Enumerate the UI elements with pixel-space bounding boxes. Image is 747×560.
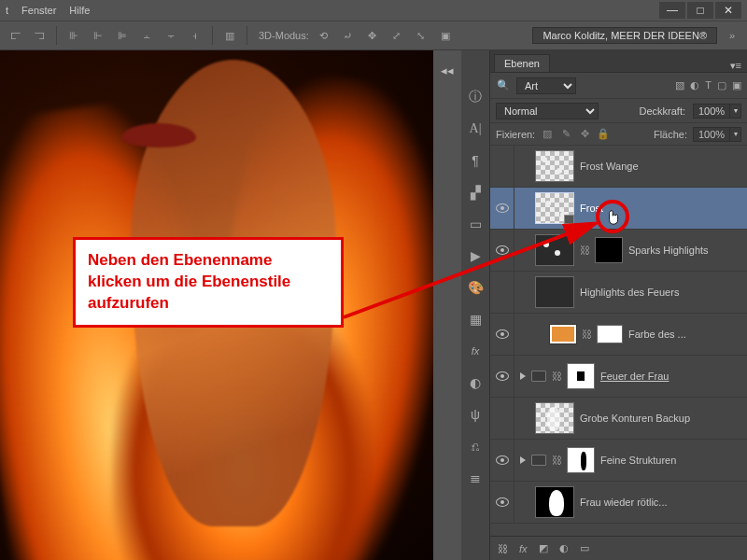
- history-panel-icon[interactable]: ≣: [464, 467, 486, 489]
- distribute-icon-3[interactable]: ⊫: [113, 26, 132, 45]
- 3d-scale-icon[interactable]: ⤡: [412, 26, 430, 45]
- opacity-value[interactable]: 100%: [693, 104, 730, 119]
- layer-row-feine-strukturen[interactable]: ⛓ Feine Strukturen: [490, 440, 747, 482]
- visibility-toggle[interactable]: [490, 356, 514, 397]
- link-icon[interactable]: ⛓: [552, 371, 561, 382]
- mask-thumbnail[interactable]: [535, 486, 574, 518]
- 3d-roll-icon[interactable]: ⤾: [339, 26, 358, 45]
- menu-item-fenster[interactable]: Fenster: [21, 5, 56, 16]
- layer-name[interactable]: Grobe Konturen Backup: [580, 413, 741, 424]
- layer-thumbnail[interactable]: [535, 402, 574, 434]
- layer-row-grobe-konturen[interactable]: Grobe Konturen Backup: [490, 398, 747, 440]
- expand-triangle-icon[interactable]: [520, 456, 526, 464]
- layer-name[interactable]: Frau wieder rötlic...: [580, 497, 741, 508]
- info-panel-icon[interactable]: ⓘ: [464, 86, 486, 108]
- adjustment-layer-icon[interactable]: ◐: [559, 542, 569, 554]
- distribute-icon-2[interactable]: ⊩: [89, 26, 107, 45]
- layer-name[interactable]: Farbe des ...: [628, 329, 741, 340]
- navigator-panel-icon[interactable]: ▭: [464, 213, 486, 235]
- 3d-pan-icon[interactable]: ✥: [363, 26, 382, 45]
- layer-name[interactable]: Feuer der Frau: [600, 371, 741, 382]
- mask-thumbnail[interactable]: [597, 325, 623, 343]
- visibility-toggle[interactable]: [490, 188, 514, 229]
- mask-thumbnail[interactable]: [595, 237, 623, 263]
- layer-row-feuer-frau[interactable]: ⛓ Feuer der Frau: [490, 356, 747, 398]
- window-close-button[interactable]: ✕: [715, 2, 741, 19]
- link-icon[interactable]: ⛓: [580, 245, 589, 256]
- panel-menu-icon[interactable]: ▾≡: [725, 60, 747, 72]
- fill-swatch[interactable]: [550, 325, 576, 343]
- distribute-icon-4[interactable]: ⫠: [137, 26, 156, 45]
- histogram-panel-icon[interactable]: ▞: [464, 181, 486, 203]
- window-minimize-button[interactable]: —: [659, 2, 685, 19]
- layer-name[interactable]: Frost: [580, 203, 741, 214]
- mask-thumbnail[interactable]: [567, 447, 595, 473]
- 3d-slide-icon[interactable]: ⤢: [388, 26, 406, 45]
- strip-expand-icon[interactable]: ◂◂: [437, 60, 458, 80]
- distribute-icon-1[interactable]: ⊪: [64, 26, 83, 45]
- menu-item-t[interactable]: t: [6, 5, 8, 16]
- auto-align-icon[interactable]: ▥: [220, 26, 239, 45]
- visibility-toggle[interactable]: [490, 272, 514, 313]
- link-layers-icon[interactable]: ⛓: [498, 543, 508, 554]
- layer-thumbnail[interactable]: [535, 150, 574, 182]
- layer-name[interactable]: Highlights des Feuers: [580, 287, 741, 298]
- layer-row-highlights-feuer[interactable]: Highlights des Feuers: [490, 272, 747, 314]
- brush-panel-icon[interactable]: ψ: [464, 403, 486, 426]
- workspace-selector[interactable]: Marco Kolditz, MEER DER IDEEN®: [532, 27, 717, 44]
- layer-row-sparks[interactable]: ⛓ Sparks Highlights: [490, 230, 747, 272]
- filter-shape-icon[interactable]: ▢: [717, 79, 726, 91]
- paragraph-panel-icon[interactable]: ¶: [464, 149, 486, 172]
- layer-name[interactable]: Feine Strukturen: [600, 455, 741, 466]
- layer-row-frost-wange[interactable]: Frost Wange: [490, 146, 747, 188]
- filter-pixel-icon[interactable]: ▧: [675, 79, 684, 91]
- layer-thumbnail[interactable]: [535, 192, 574, 224]
- 3d-orbit-icon[interactable]: ⟲: [315, 26, 333, 45]
- layer-row-farbe[interactable]: ⛓ Farbe des ...: [490, 314, 747, 356]
- filter-type-select[interactable]: Art: [516, 77, 576, 94]
- layers-tab[interactable]: Ebenen: [494, 54, 550, 72]
- group-icon[interactable]: ▭: [580, 542, 589, 554]
- visibility-toggle[interactable]: [490, 482, 514, 523]
- actions-panel-icon[interactable]: ▶: [464, 245, 486, 267]
- menu-item-hilfe[interactable]: Hilfe: [69, 5, 90, 16]
- visibility-toggle[interactable]: [490, 440, 514, 481]
- visibility-toggle[interactable]: [490, 146, 514, 187]
- align-icon-1[interactable]: ⫍: [6, 26, 24, 45]
- layer-thumbnail[interactable]: [535, 234, 574, 266]
- layer-mask-icon[interactable]: ◩: [539, 542, 548, 554]
- mask-thumbnail[interactable]: [567, 363, 595, 389]
- styles-panel-icon[interactable]: fx: [464, 340, 486, 362]
- visibility-toggle[interactable]: [490, 398, 514, 439]
- search-button-icon[interactable]: »: [723, 26, 741, 45]
- clone-panel-icon[interactable]: ⎌: [464, 435, 486, 457]
- lock-transparency-icon[interactable]: ▨: [541, 128, 554, 141]
- filter-smart-icon[interactable]: ▣: [732, 79, 741, 91]
- visibility-toggle[interactable]: [490, 314, 514, 355]
- lock-all-icon[interactable]: 🔒: [597, 128, 610, 141]
- window-maximize-button[interactable]: □: [687, 2, 713, 19]
- blend-mode-select[interactable]: Normal: [496, 103, 599, 119]
- lock-pixels-icon[interactable]: ✎: [559, 128, 572, 141]
- layer-fx-icon[interactable]: fx: [519, 543, 528, 554]
- layer-row-frau-roetlich[interactable]: Frau wieder rötlic...: [490, 482, 747, 524]
- align-icon-2[interactable]: ⫎: [30, 26, 49, 45]
- layer-name[interactable]: Frost Wange: [580, 161, 741, 172]
- color-panel-icon[interactable]: 🎨: [464, 276, 486, 299]
- expand-triangle-icon[interactable]: [520, 372, 526, 380]
- character-panel-icon[interactable]: A|: [464, 118, 486, 140]
- swatches-panel-icon[interactable]: ▦: [464, 308, 486, 330]
- link-icon[interactable]: ⛓: [582, 329, 591, 340]
- distribute-icon-6[interactable]: ⫞: [186, 26, 204, 45]
- link-icon[interactable]: ⛓: [552, 455, 561, 466]
- fill-value[interactable]: 100%: [693, 127, 730, 142]
- adjustments-panel-icon[interactable]: ◐: [464, 371, 486, 394]
- layer-name[interactable]: Sparks Highlights: [628, 245, 741, 256]
- distribute-icon-5[interactable]: ⫟: [162, 26, 180, 45]
- opacity-dropdown-icon[interactable]: ▾: [730, 104, 741, 119]
- layer-thumbnail[interactable]: [535, 276, 574, 308]
- filter-adjust-icon[interactable]: ◐: [690, 79, 699, 91]
- 3d-camera-icon[interactable]: ▣: [436, 26, 455, 45]
- fill-dropdown-icon[interactable]: ▾: [730, 127, 741, 142]
- filter-type-icon[interactable]: T: [705, 79, 712, 91]
